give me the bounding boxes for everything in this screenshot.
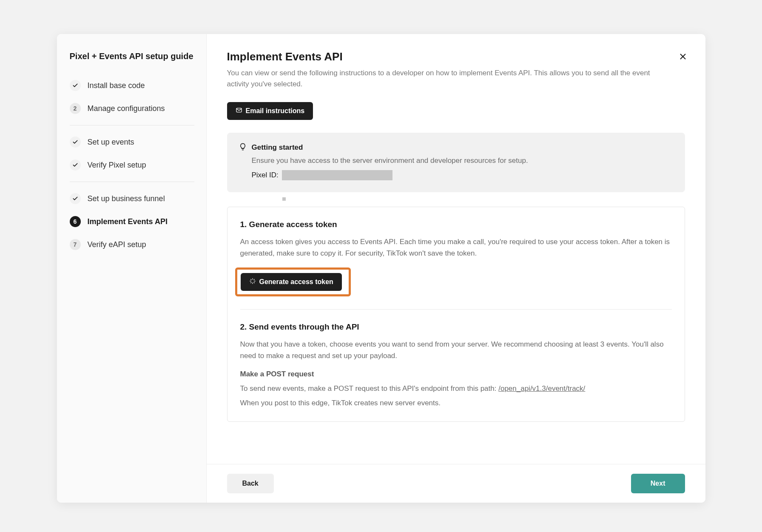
check-icon: [70, 193, 81, 204]
step-label: Implement Events API: [88, 217, 168, 226]
sidebar-step-verify-pixel[interactable]: Verify Pixel setup: [70, 154, 194, 176]
next-button[interactable]: Next: [631, 474, 685, 493]
step-number-icon: 6: [70, 216, 81, 227]
sidebar-step-set-up-events[interactable]: Set up events: [70, 131, 194, 154]
section-1-text: An access token gives you access to Even…: [240, 236, 672, 259]
pixel-id-label: Pixel ID:: [252, 171, 279, 179]
check-icon: [70, 80, 81, 91]
page-title: Implement Events API: [227, 50, 674, 63]
button-label: Email instructions: [246, 107, 305, 115]
info-box-title: Getting started: [252, 143, 303, 152]
api-endpoint-path[interactable]: /open_api/v1.3/event/track/: [498, 384, 585, 393]
step-label: Verify eAPI setup: [88, 240, 146, 249]
sidebar: Pixel + Events API setup guide Install b…: [57, 34, 207, 503]
divider: [240, 309, 672, 310]
close-icon[interactable]: [678, 52, 688, 61]
pixel-id-redacted: [282, 170, 392, 180]
generate-access-token-button[interactable]: Generate access token: [241, 273, 342, 291]
step-number-icon: 7: [70, 239, 81, 250]
button-label: Generate access token: [259, 278, 333, 286]
setup-guide-modal: Pixel + Events API setup guide Install b…: [57, 34, 705, 503]
sidebar-step-install-base-code[interactable]: Install base code: [70, 74, 194, 97]
step-label: Install base code: [88, 81, 145, 90]
pixel-id-row: Pixel ID:: [252, 170, 673, 180]
sidebar-step-verify-eapi[interactable]: 7 Verify eAPI setup: [70, 233, 194, 256]
sidebar-step-implement-events-api[interactable]: 6 Implement Events API: [70, 210, 194, 233]
main-panel: Implement Events API You can view or sen…: [207, 34, 705, 503]
instructions-card: 1. Generate access token An access token…: [227, 207, 685, 422]
divider: [70, 182, 194, 182]
page-description: You can view or send the following instr…: [227, 68, 674, 90]
getting-started-box: Getting started Ensure you have access t…: [227, 133, 685, 192]
section-1-title: 1. Generate access token: [240, 220, 672, 229]
check-icon: [70, 159, 81, 171]
sparkle-icon: [249, 278, 256, 286]
main-content: Implement Events API You can view or sen…: [207, 34, 705, 464]
post-request-followup: When you post to this edge, TikTok creat…: [240, 397, 672, 409]
post-request-heading: Make a POST request: [240, 370, 672, 378]
section-2-title: 2. Send events through the API: [240, 322, 672, 332]
info-box-header: Getting started: [239, 143, 673, 152]
divider: [70, 125, 194, 125]
sidebar-step-business-funnel[interactable]: Set up business funnel: [70, 187, 194, 210]
section-2-text: Now that you have a token, choose events…: [240, 339, 672, 361]
step-number-icon: 2: [70, 103, 81, 114]
highlight-annotation: Generate access token: [235, 267, 351, 296]
small-indicator: [282, 197, 286, 201]
sidebar-step-manage-configurations[interactable]: 2 Manage configurations: [70, 97, 194, 120]
mail-icon: [236, 107, 242, 115]
check-icon: [70, 137, 81, 148]
step-label: Set up business funnel: [88, 194, 165, 203]
step-label: Set up events: [88, 138, 134, 147]
post-request-text: To send new events, make a POST request …: [240, 383, 672, 394]
email-instructions-button[interactable]: Email instructions: [227, 102, 313, 120]
step-label: Verify Pixel setup: [88, 161, 146, 170]
info-box-text: Ensure you have access to the server env…: [252, 156, 673, 165]
lightbulb-icon: [239, 143, 247, 152]
main-header: Implement Events API You can view or sen…: [227, 50, 685, 102]
sidebar-title: Pixel + Events API setup guide: [70, 50, 194, 62]
modal-footer: Back Next: [207, 464, 705, 503]
back-button[interactable]: Back: [227, 474, 274, 493]
step-label: Manage configurations: [88, 104, 165, 113]
